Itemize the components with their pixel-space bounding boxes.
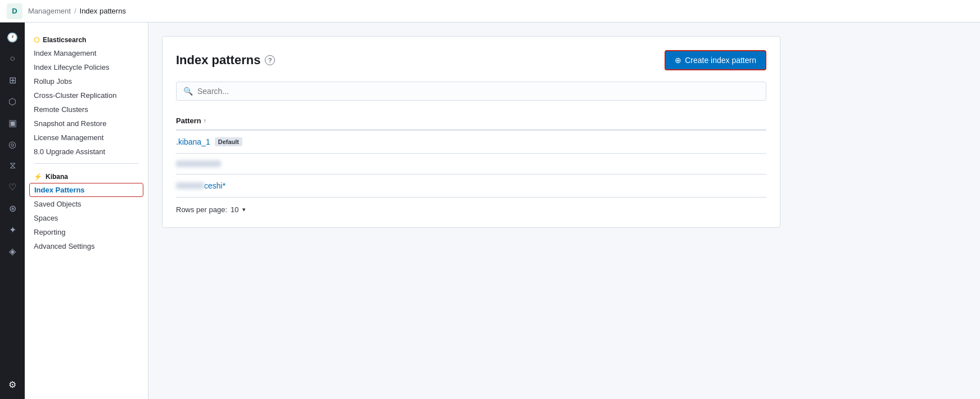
panel-header: Index patterns ? ⊕ Create index pattern bbox=[176, 50, 766, 70]
discover-icon[interactable]: ○ bbox=[2, 48, 22, 69]
kibana-icon: ⚡ bbox=[34, 173, 42, 181]
breadcrumb: Management / Index patterns bbox=[28, 7, 126, 15]
uptime-icon[interactable]: ♡ bbox=[2, 177, 22, 197]
table-header: Pattern ↑ bbox=[176, 112, 766, 131]
kibana-section-title: ⚡ Kibana bbox=[25, 168, 148, 183]
sidebar-item-license-management[interactable]: License Management bbox=[25, 131, 148, 145]
rows-per-page-chevron-icon[interactable]: ▾ bbox=[242, 206, 246, 213]
icon-sidebar: 🕐 ○ ⊞ ⬡ ▣ ◎ ⧖ ♡ ⊛ ✦ ◈ ⚙ bbox=[0, 23, 25, 399]
visualize-icon[interactable]: ⬡ bbox=[2, 91, 22, 111]
dev-tools-icon[interactable]: ✦ bbox=[2, 219, 22, 240]
breadcrumb-sep: / bbox=[74, 7, 76, 15]
pattern-name-partial: ceshi* bbox=[204, 181, 225, 190]
left-sidebar: ⬡ Elasticsearch Index Management Index L… bbox=[25, 23, 148, 399]
sidebar-item-index-patterns[interactable]: Index Patterns bbox=[29, 183, 143, 197]
panel-title: Index patterns ? bbox=[176, 53, 275, 68]
pattern-column-header[interactable]: Pattern bbox=[176, 116, 201, 125]
main-content: Index patterns ? ⊕ Create index pattern … bbox=[148, 23, 980, 399]
sidebar-item-remote-clusters[interactable]: Remote Clusters bbox=[25, 102, 148, 116]
pattern-name: .kibana_1 bbox=[176, 137, 210, 146]
sidebar-item-reporting[interactable]: Reporting bbox=[25, 225, 148, 239]
apm-icon[interactable]: ⧖ bbox=[2, 155, 22, 176]
create-index-pattern-button[interactable]: ⊕ Create index pattern bbox=[665, 50, 766, 70]
rows-per-page-label: Rows per page: bbox=[176, 205, 227, 214]
plus-icon: ⊕ bbox=[675, 56, 681, 65]
siem-icon[interactable]: ⊛ bbox=[2, 198, 22, 218]
canvas-icon[interactable]: ▣ bbox=[2, 113, 22, 133]
maps-icon[interactable]: ◎ bbox=[2, 134, 22, 154]
sidebar-item-rollup-jobs[interactable]: Rollup Jobs bbox=[25, 74, 148, 88]
table-row[interactable]: ceshi* bbox=[176, 174, 766, 198]
breadcrumb-current: Index patterns bbox=[80, 7, 126, 15]
section-divider bbox=[34, 163, 139, 164]
rows-per-page-value: 10 bbox=[231, 205, 238, 214]
breadcrumb-parent[interactable]: Management bbox=[28, 7, 71, 15]
search-bar[interactable]: 🔍 bbox=[176, 82, 766, 101]
dashboard-icon[interactable]: ⊞ bbox=[2, 70, 22, 90]
blurred-pattern-prefix bbox=[176, 182, 204, 189]
sidebar-item-saved-objects[interactable]: Saved Objects bbox=[25, 197, 148, 211]
content-panel: Index patterns ? ⊕ Create index pattern … bbox=[162, 36, 780, 228]
topbar: D Management / Index patterns bbox=[0, 0, 980, 23]
search-input[interactable] bbox=[197, 87, 759, 96]
elasticsearch-section-title: ⬡ Elasticsearch bbox=[25, 32, 148, 46]
management-icon[interactable]: ⚙ bbox=[2, 374, 22, 394]
sidebar-item-cross-cluster-replication[interactable]: Cross-Cluster Replication bbox=[25, 88, 148, 102]
search-icon: 🔍 bbox=[183, 87, 193, 96]
sidebar-item-advanced-settings[interactable]: Advanced Settings bbox=[25, 239, 148, 253]
help-icon[interactable]: ? bbox=[265, 55, 275, 65]
default-badge: Default bbox=[215, 137, 242, 146]
stack-monitoring-icon[interactable]: ◈ bbox=[2, 241, 22, 261]
sidebar-item-upgrade-assistant[interactable]: 8.0 Upgrade Assistant bbox=[25, 145, 148, 159]
sidebar-item-snapshot-and-restore[interactable]: Snapshot and Restore bbox=[25, 116, 148, 131]
sidebar-item-spaces[interactable]: Spaces bbox=[25, 211, 148, 225]
table-row[interactable] bbox=[176, 154, 766, 174]
recent-icon[interactable]: 🕐 bbox=[2, 27, 22, 47]
sidebar-item-index-management[interactable]: Index Management bbox=[25, 46, 148, 60]
sidebar-item-index-lifecycle-policies[interactable]: Index Lifecycle Policies bbox=[25, 60, 148, 74]
sort-icon[interactable]: ↑ bbox=[204, 118, 206, 124]
app-logo[interactable]: D bbox=[7, 3, 22, 19]
blurred-pattern-1 bbox=[176, 160, 221, 167]
table-row[interactable]: .kibana_1 Default bbox=[176, 131, 766, 154]
rows-per-page[interactable]: Rows per page: 10 ▾ bbox=[176, 198, 766, 214]
elasticsearch-icon: ⬡ bbox=[34, 36, 39, 44]
